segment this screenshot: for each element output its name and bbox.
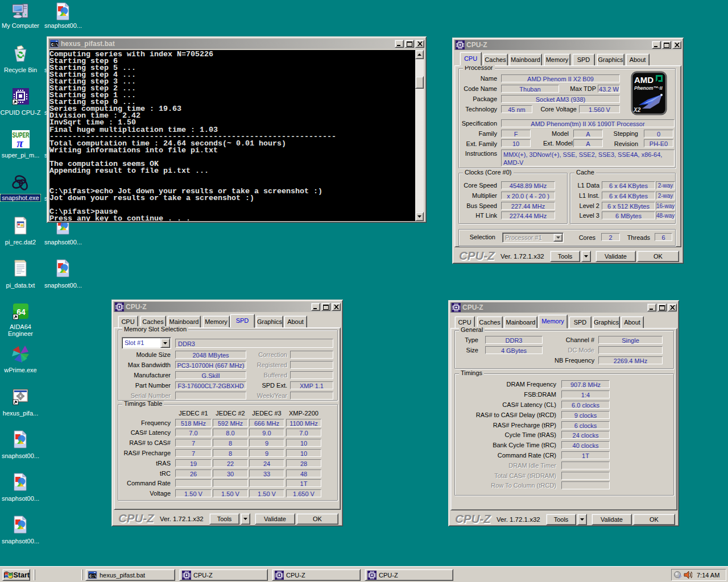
svg-text:π: π: [16, 136, 23, 148]
svg-text:Phenom™·II: Phenom™·II: [634, 85, 663, 91]
svg-text:AMD: AMD: [634, 75, 653, 85]
svg-text:X2: X2: [633, 107, 641, 113]
svg-text:C:\: C:\: [89, 574, 97, 579]
svg-text:C:\: C:\: [51, 43, 59, 47]
